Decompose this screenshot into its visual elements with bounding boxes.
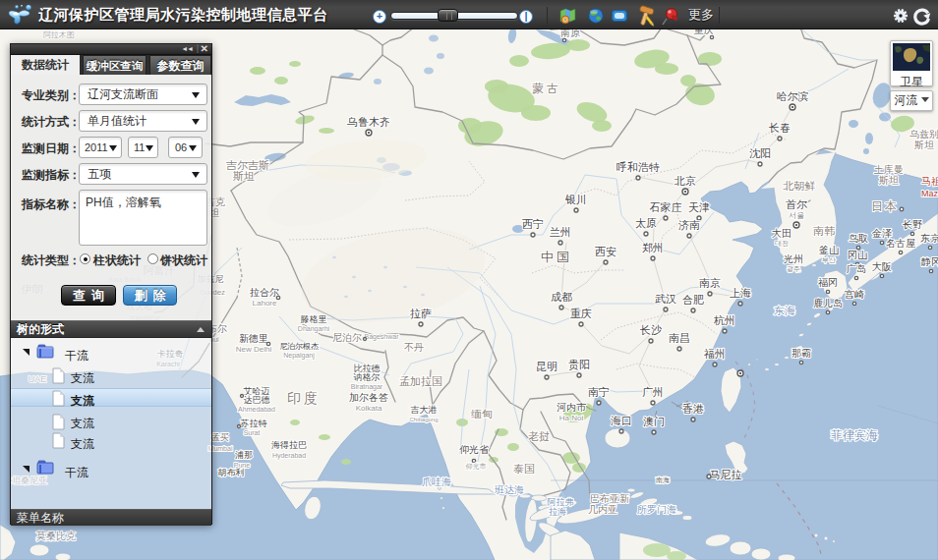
svg-text:Dhangarhi: Dhangarhi xyxy=(298,325,330,333)
svg-text:武汉: 武汉 xyxy=(655,293,676,305)
svg-text:首尔: 首尔 xyxy=(786,198,807,210)
svg-text:斯坦: 斯坦 xyxy=(913,140,934,150)
svg-text:仰光省: 仰光省 xyxy=(459,444,490,455)
svg-text:乌鲁木齐: 乌鲁木齐 xyxy=(346,116,390,128)
svg-text:不丹: 不丹 xyxy=(404,342,424,353)
svg-text:鸟取: 鸟取 xyxy=(849,233,868,244)
svg-text:讷格尔: 讷格尔 xyxy=(354,372,381,382)
svg-text:老挝: 老挝 xyxy=(528,430,550,442)
svg-text:静冈: 静冈 xyxy=(920,256,938,267)
svg-text:大阪: 大阪 xyxy=(872,261,892,272)
svg-text:胡布利: 胡布利 xyxy=(218,468,245,477)
svg-text:孟加拉国: 孟加拉国 xyxy=(399,375,442,387)
svg-text:苏拉特: 苏拉特 xyxy=(241,419,267,428)
svg-text:日本: 日本 xyxy=(871,199,899,213)
svg-text:釜山: 釜山 xyxy=(819,245,839,255)
svg-text:海得拉巴: 海得拉巴 xyxy=(271,440,307,450)
svg-text:斯坦: 斯坦 xyxy=(878,175,899,186)
svg-text:大田: 大田 xyxy=(772,228,791,239)
svg-text:대전: 대전 xyxy=(775,240,789,247)
svg-text:澳门: 澳门 xyxy=(643,416,665,427)
svg-text:乌兹别: 乌兹别 xyxy=(909,129,938,140)
svg-text:福冈: 福冈 xyxy=(818,277,838,288)
svg-text:济南: 济南 xyxy=(678,219,700,231)
svg-text:名古屋: 名古屋 xyxy=(886,238,915,249)
svg-text:光州: 光州 xyxy=(784,253,803,264)
svg-text:尼泊尔根杰: 尼泊尔根杰 xyxy=(279,342,319,351)
svg-text:仰光市: 仰光市 xyxy=(466,462,487,471)
svg-text:吉大港: 吉大港 xyxy=(411,405,438,415)
svg-text:부산: 부산 xyxy=(822,256,836,263)
svg-text:长春: 长春 xyxy=(768,122,791,134)
svg-text:太原: 太原 xyxy=(635,217,657,229)
svg-text:加尔各答: 加尔各答 xyxy=(349,392,388,403)
svg-text:长沙: 长沙 xyxy=(639,324,663,336)
svg-text:Chittagong: Chittagong xyxy=(409,417,438,422)
svg-text:南韩: 南韩 xyxy=(813,225,835,237)
svg-text:Nepalganj: Nepalganj xyxy=(283,352,315,360)
svg-text:兰州: 兰州 xyxy=(550,226,571,238)
svg-text:昆明: 昆明 xyxy=(536,361,557,372)
svg-text:斯坦: 斯坦 xyxy=(232,170,255,182)
svg-text:阿拉弗: 阿拉弗 xyxy=(548,497,574,507)
svg-text:泰国: 泰国 xyxy=(513,463,535,475)
svg-text:Surat: Surat xyxy=(244,429,261,436)
svg-text:鹿儿岛: 鹿儿岛 xyxy=(813,298,843,308)
svg-text:达巴德: 达巴德 xyxy=(244,395,270,405)
svg-text:拉萨: 拉萨 xyxy=(410,308,432,319)
svg-text:孟买: 孟买 xyxy=(211,432,229,442)
svg-text:呼和浩特: 呼和浩特 xyxy=(616,161,660,173)
svg-text:拉海: 拉海 xyxy=(549,507,566,517)
svg-text:南昌: 南昌 xyxy=(669,332,690,344)
svg-text:河内市: 河内市 xyxy=(557,402,587,413)
svg-text:北京: 北京 xyxy=(674,175,696,187)
svg-text:拉合尔: 拉合尔 xyxy=(250,287,279,298)
svg-text:Ahmedabad: Ahmedabad xyxy=(238,406,275,413)
svg-text:香港: 香港 xyxy=(682,403,704,415)
svg-text:广州: 广州 xyxy=(642,386,664,398)
svg-text:南海: 南海 xyxy=(656,476,670,484)
svg-text:新德里: 新德里 xyxy=(239,333,268,344)
svg-text:Lahore: Lahore xyxy=(253,299,277,308)
svg-text:哈尔滨: 哈尔滨 xyxy=(777,90,809,102)
svg-text:莫桑比克: 莫桑比克 xyxy=(35,531,76,541)
svg-text:Bageshwar: Bageshwar xyxy=(364,333,399,341)
svg-text:东海: 东海 xyxy=(774,305,795,316)
svg-text:班达海: 班达海 xyxy=(494,484,524,495)
svg-text:Biratnagar: Biratnagar xyxy=(351,383,383,391)
svg-text:Kolkata: Kolkata xyxy=(356,404,382,413)
svg-text:马祖: 马祖 xyxy=(921,176,938,187)
svg-text:西安: 西安 xyxy=(595,246,616,257)
svg-text:马尼拉: 马尼拉 xyxy=(710,469,742,480)
svg-text:Maza: Maza xyxy=(921,189,938,198)
svg-text:那霸: 那霸 xyxy=(791,348,811,359)
svg-text:北朝鲜: 北朝鲜 xyxy=(783,180,816,192)
svg-text:郑州: 郑州 xyxy=(642,242,664,253)
svg-text:海口: 海口 xyxy=(611,415,632,426)
svg-text:浦那: 浦那 xyxy=(235,450,253,460)
svg-text:阿拉木图: 阿拉木图 xyxy=(43,30,75,39)
svg-text:银川: 银川 xyxy=(564,194,587,205)
svg-text:爪哇海: 爪哇海 xyxy=(422,476,451,487)
svg-text:福州: 福州 xyxy=(704,348,726,360)
svg-text:南宁: 南宁 xyxy=(588,386,610,398)
svg-text:서울: 서울 xyxy=(789,211,804,220)
svg-text:成都: 成都 xyxy=(551,291,572,303)
svg-text:贵阳: 贵阳 xyxy=(568,359,590,370)
svg-text:冈山: 冈山 xyxy=(848,250,867,260)
svg-text:上海: 上海 xyxy=(730,287,751,299)
svg-text:西宁: 西宁 xyxy=(522,218,544,230)
svg-text:重庆: 重庆 xyxy=(570,308,592,319)
svg-text:Ha Noi: Ha Noi xyxy=(559,414,584,422)
svg-text:中国: 中国 xyxy=(541,250,572,264)
svg-text:New Delhi: New Delhi xyxy=(236,345,272,354)
svg-text:滕格里: 滕格里 xyxy=(301,314,327,324)
svg-text:广岛: 广岛 xyxy=(847,263,866,274)
svg-text:土库曼: 土库曼 xyxy=(873,164,904,175)
svg-text:长野: 长野 xyxy=(903,219,922,230)
svg-text:沈阳: 沈阳 xyxy=(749,147,771,159)
svg-text:所罗门海: 所罗门海 xyxy=(637,504,676,515)
svg-text:巴布亚新: 巴布亚新 xyxy=(590,493,629,504)
svg-text:东京: 东京 xyxy=(920,233,938,244)
svg-text:宫崎: 宫崎 xyxy=(845,289,864,300)
